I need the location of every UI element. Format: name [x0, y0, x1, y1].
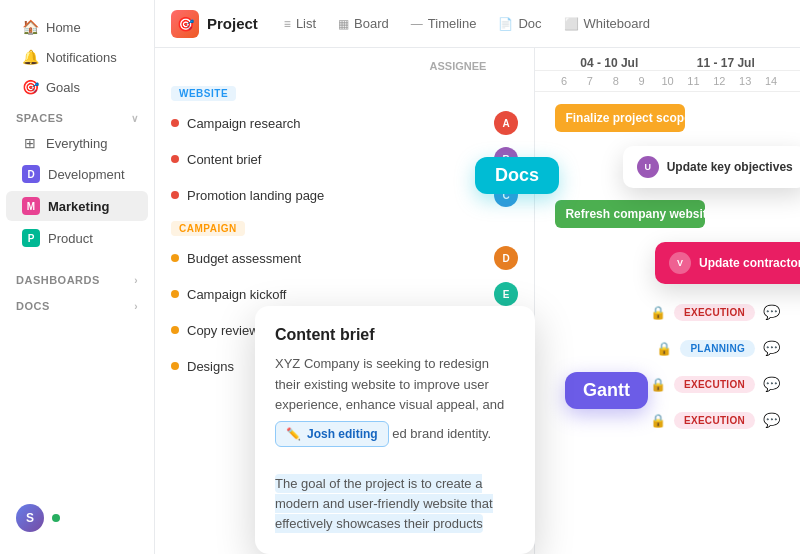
chevron-down-icon[interactable]: ∨	[131, 113, 139, 124]
status-dot	[52, 514, 60, 522]
avatar[interactable]: S	[16, 504, 44, 532]
gantt-bar-row: U Update key objectives	[543, 144, 792, 188]
status-badge: EXECUTION	[674, 412, 755, 429]
section-website: WEBSITE Campaign research A Content brie…	[155, 78, 534, 213]
gantt-bar-website[interactable]: Refresh company website	[555, 200, 704, 228]
list-icon: ≡	[284, 17, 291, 31]
tab-timeline[interactable]: — Timeline	[401, 11, 487, 36]
grid-icon: ⊞	[22, 135, 38, 151]
editing-badge: ✏️ Josh editing	[275, 421, 389, 448]
spaces-section: Spaces ∨	[0, 102, 154, 128]
edit-icon: ✏️	[286, 425, 301, 444]
avatar: D	[494, 246, 518, 270]
task-dot	[171, 155, 179, 163]
timeline-icon: —	[411, 17, 423, 31]
lock-icon: 🔒	[650, 377, 666, 392]
main-area: 🎯 Project ≡ List ▦ Board — Timeline 📄 Do…	[155, 0, 800, 554]
gantt-tooltip-objectives: U Update key objectives	[623, 146, 800, 188]
avatar: U	[637, 156, 659, 178]
gantt-day: 7	[577, 75, 603, 87]
sidebar-item-marketing[interactable]: M Marketing	[6, 191, 148, 221]
topbar: 🎯 Project ≡ List ▦ Board — Timeline 📄 Do…	[155, 0, 800, 48]
task-row[interactable]: Campaign research A	[155, 105, 534, 141]
gantt-day: 13	[732, 75, 758, 87]
sidebar-item-everything[interactable]: ⊞ Everything	[6, 129, 148, 157]
status-row: 🔒 PLANNING 💬	[543, 330, 792, 366]
lock-icon: 🔒	[650, 305, 666, 320]
product-dot: P	[22, 229, 40, 247]
docs-section: Docs ›	[0, 290, 154, 316]
gantt-week2: 11 - 17 Jul	[668, 56, 785, 70]
column-headers: ASSIGNEE	[155, 60, 534, 78]
task-dot	[171, 254, 179, 262]
tab-list[interactable]: ≡ List	[274, 11, 326, 36]
task-dot	[171, 119, 179, 127]
status-badge: EXECUTION	[674, 304, 755, 321]
gantt-panel: 04 - 10 Jul 11 - 17 Jul 6 7 8 9 10 11 12…	[535, 48, 800, 554]
target-icon: 🎯	[22, 79, 38, 95]
lock-icon: 🔒	[656, 341, 672, 356]
board-icon: ▦	[338, 17, 349, 31]
chevron-right-icon[interactable]: ›	[134, 275, 138, 286]
gantt-day: 12	[706, 75, 732, 87]
development-dot: D	[22, 165, 40, 183]
doc-icon: 📄	[498, 17, 513, 31]
campaign-badge: CAMPAIGN	[171, 221, 245, 236]
bell-icon: 🔔	[22, 49, 38, 65]
avatar: A	[494, 111, 518, 135]
status-row: 🔒 EXECUTION 💬	[543, 294, 792, 330]
sidebar-item-product[interactable]: P Product	[6, 223, 148, 253]
dashboards-section: Dashboards ›	[0, 264, 154, 290]
docs-card-text: XYZ Company is seeking to redesign their…	[275, 354, 515, 534]
task-row[interactable]: Budget assessment D	[155, 240, 534, 276]
whiteboard-icon: ⬜	[564, 17, 579, 31]
sidebar: 🏠 Home 🔔 Notifications 🎯 Goals Spaces ∨ …	[0, 0, 155, 554]
gantt-tooltip-contractor: V Update contractor agreement	[655, 242, 800, 284]
task-dot	[171, 191, 179, 199]
sidebar-item-goals[interactable]: 🎯 Goals	[6, 73, 148, 101]
comment-icon[interactable]: 💬	[763, 412, 780, 428]
gantt-bar-row: Refresh company website	[543, 196, 792, 232]
user-avatar-area: S	[0, 494, 154, 542]
gantt-bar-row: Finalize project scope	[543, 100, 792, 136]
sidebar-item-development[interactable]: D Development	[6, 159, 148, 189]
project-title: Project	[207, 15, 258, 32]
tab-board[interactable]: ▦ Board	[328, 11, 399, 36]
gantt-label-bubble: Gantt	[565, 372, 648, 409]
comment-icon[interactable]: 💬	[763, 376, 780, 392]
comment-icon[interactable]: 💬	[763, 340, 780, 356]
sidebar-item-notifications[interactable]: 🔔 Notifications	[6, 43, 148, 71]
comment-icon[interactable]: 💬	[763, 304, 780, 320]
website-badge: WEBSITE	[171, 86, 236, 101]
chevron-right-icon-2[interactable]: ›	[134, 301, 138, 312]
gantt-bar-finalize[interactable]: Finalize project scope	[555, 104, 684, 132]
tab-whiteboard[interactable]: ⬜ Whiteboard	[554, 11, 660, 36]
task-dot	[171, 326, 179, 334]
gantt-day: 11	[680, 75, 706, 87]
status-badge: EXECUTION	[674, 376, 755, 393]
avatar: E	[494, 282, 518, 306]
project-icon: 🎯	[171, 10, 199, 38]
docs-bubble: Docs	[475, 157, 559, 194]
task-dot	[171, 290, 179, 298]
gantt-day: 8	[603, 75, 629, 87]
gantt-day: 10	[655, 75, 681, 87]
gantt-week1: 04 - 10 Jul	[551, 56, 668, 70]
status-rows: 🔒 EXECUTION 💬 🔒 PLANNING 💬 🔒 EXECUTION 💬	[543, 294, 792, 438]
gantt-day: 14	[758, 75, 784, 87]
gantt-day: 9	[629, 75, 655, 87]
avatar: V	[669, 252, 691, 274]
tab-doc[interactable]: 📄 Doc	[488, 11, 551, 36]
home-icon: 🏠	[22, 19, 38, 35]
sidebar-item-home[interactable]: 🏠 Home	[6, 13, 148, 41]
docs-card: Content brief XYZ Company is seeking to …	[255, 306, 535, 554]
task-dot	[171, 362, 179, 370]
gantt-day: 6	[551, 75, 577, 87]
gantt-bar-row: V Update contractor agreement	[543, 240, 792, 284]
nav-tabs: ≡ List ▦ Board — Timeline 📄 Doc ⬜ Whiteb…	[274, 11, 660, 36]
marketing-dot: M	[22, 197, 40, 215]
lock-icon: 🔒	[650, 413, 666, 428]
status-badge: PLANNING	[680, 340, 755, 357]
docs-card-title: Content brief	[275, 326, 515, 344]
